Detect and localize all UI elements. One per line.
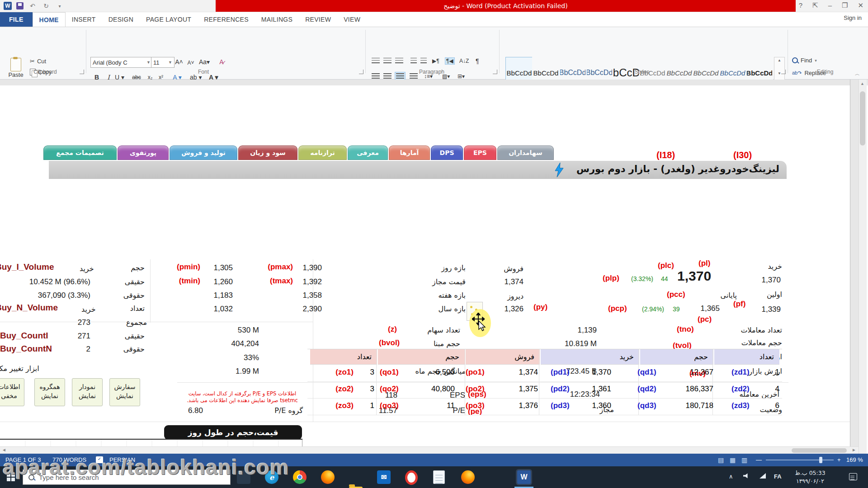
close-value: 1,365	[692, 304, 720, 313]
ribbon-tab-design[interactable]: DESIGN	[102, 12, 140, 27]
firefox2-icon[interactable]	[461, 470, 475, 484]
font-name-combo[interactable]: Arial (Body C▼	[90, 57, 153, 68]
vertical-scrollbar[interactable]: ▲	[859, 80, 867, 454]
rtl-paragraph-icon[interactable]: ¶◀	[445, 57, 455, 65]
font-size-combo[interactable]: 11▼	[151, 57, 175, 68]
outlook-icon[interactable]: ✉	[377, 470, 391, 484]
gheymat-mojaz: قیمت مجاز	[414, 277, 466, 286]
align-center-icon[interactable]	[383, 73, 392, 80]
firefox-icon[interactable]	[321, 470, 335, 484]
volume-icon[interactable]	[743, 473, 750, 479]
ob-cell: (qo1)	[380, 368, 414, 377]
plp-pct: (3.32%)	[631, 275, 653, 282]
replace-icon: ab↷	[792, 70, 802, 76]
help-icon[interactable]: ?	[799, 1, 802, 9]
network-icon[interactable]	[760, 473, 766, 479]
haghighi-1: حقیقی	[113, 277, 145, 286]
notepad-icon[interactable]	[433, 470, 445, 484]
buy-counti-value: 271	[68, 332, 90, 341]
ltr-paragraph-icon[interactable]: ▶¶	[432, 58, 439, 64]
language-switcher[interactable]: FA	[774, 473, 782, 480]
zoom-slider-knob[interactable]	[819, 457, 822, 463]
bullets-icon[interactable]	[372, 58, 380, 65]
ob-cell: 180,718	[674, 401, 713, 410]
panel-tab-5: معرفی	[348, 145, 388, 160]
ob-cell: 1,376	[501, 401, 538, 410]
ribbon-tab-insert[interactable]: INSERT	[66, 12, 102, 27]
word-icon[interactable]: W	[517, 470, 531, 484]
borders-icon[interactable]: ⊞▾	[458, 73, 465, 80]
change-case-icon[interactable]: Aa▾	[199, 57, 210, 67]
zoom-in-icon[interactable]: +	[837, 456, 841, 463]
web-layout-icon[interactable]: ▥	[741, 456, 747, 464]
horizontal-scrollbar[interactable]: ◄ ►	[0, 446, 859, 454]
buy-i-volume: Buy_I_Volume	[0, 262, 54, 272]
document-page[interactable]: تصميمات مجمعپورتفویتولید و فروشسود و زیا…	[0, 80, 868, 454]
align-right-icon[interactable]	[396, 73, 404, 80]
decrease-indent-icon[interactable]	[410, 58, 417, 65]
ribbon-tab-page-layout[interactable]: PAGE LAYOUT	[140, 12, 198, 27]
opera-icon[interactable]	[405, 470, 418, 485]
clock[interactable]: 05:33 ب.ظ ۱۳۹۹/۰۶/۰۲	[788, 469, 833, 485]
ribbon-tab-file[interactable]: FILE	[0, 12, 33, 27]
numbering-icon[interactable]	[383, 58, 392, 65]
tmax-value: 1,392	[295, 277, 322, 286]
font-dialog-launcher[interactable]	[359, 70, 363, 74]
clipboard-dialog-launcher[interactable]	[80, 70, 84, 74]
minimize-icon[interactable]: –	[828, 1, 832, 9]
tool-button-2: نمودارنمایش	[72, 378, 103, 406]
cut-button[interactable]: ✂Cut	[30, 58, 46, 65]
ribbon-display-options-icon[interactable]: ⇱	[812, 1, 818, 9]
ob-cell: (zd1)	[731, 368, 765, 377]
zoom-out-icon[interactable]: —	[756, 456, 762, 463]
clear-formatting-icon[interactable]: A̷	[217, 57, 226, 67]
chart-title: قیمت،حجم در طول روز	[164, 425, 302, 440]
ribbon-tab-review[interactable]: REVIEW	[299, 12, 337, 27]
buy-side-label-2: خرید	[81, 305, 96, 314]
ob-cell: (qo3)	[380, 401, 414, 410]
shares-value: 530 M	[223, 326, 259, 335]
buy-countn-value: 2	[68, 345, 90, 354]
restore-icon[interactable]: ❐	[842, 1, 848, 9]
sign-in-link[interactable]: Sign in	[844, 14, 862, 21]
align-left-icon[interactable]	[372, 73, 380, 80]
ob-cell: 1,361	[585, 385, 611, 394]
ob-cell: (po1)	[466, 368, 500, 377]
last-price: 1,370	[677, 268, 711, 284]
styles-dialog-launcher[interactable]	[781, 70, 786, 74]
paragraph-dialog-launcher[interactable]	[493, 70, 497, 74]
ob-cell: 186,337	[674, 385, 713, 394]
save-icon[interactable]	[16, 2, 24, 9]
collapse-ribbon-icon[interactable]: ︿	[855, 70, 860, 77]
show-marks-icon[interactable]: ¶	[476, 57, 479, 65]
multilevel-list-icon[interactable]	[395, 58, 403, 65]
plp-chg: 44	[661, 275, 668, 282]
ribbon-tab-mailings[interactable]: MAILINGS	[255, 12, 299, 27]
find-button[interactable]: Find▾	[792, 57, 817, 64]
buy-n-value: 367,090 (3.3%)	[9, 291, 90, 300]
sort-icon[interactable]: A↓Z	[459, 58, 469, 64]
ribbon-tab-references[interactable]: REFERENCES	[198, 12, 255, 27]
horizontal-scrollbar-thumb[interactable]	[792, 448, 847, 453]
ribbon-tab-view[interactable]: VIEW	[337, 12, 367, 27]
pf-tag: (pf)	[733, 300, 745, 309]
shrink-font-icon[interactable]: A˅	[186, 58, 195, 68]
customize-toolbar-icon[interactable]: ▾	[55, 1, 64, 10]
ob-cell: (pd1)	[551, 368, 584, 377]
ribbon-tab-home[interactable]: HOME	[33, 12, 66, 27]
zoom-level[interactable]: 169 %	[846, 456, 863, 463]
redo-icon[interactable]: ↻	[42, 1, 51, 10]
print-layout-icon[interactable]: ▦	[730, 456, 736, 464]
notification-center-icon[interactable]	[849, 473, 857, 480]
undo-icon[interactable]: ↶	[28, 1, 37, 10]
read-mode-icon[interactable]: ▤	[718, 456, 724, 464]
pmin-tag: (pmin)	[165, 263, 200, 272]
zoom-slider[interactable]	[766, 460, 834, 460]
close-icon[interactable]: ✕	[858, 1, 863, 9]
increase-indent-icon[interactable]	[420, 58, 427, 65]
grow-font-icon[interactable]: A˄	[175, 57, 184, 67]
hajm-label: حجم	[113, 263, 145, 272]
vertical-scrollbar-thumb[interactable]	[860, 91, 865, 145]
chrome-icon[interactable]	[293, 470, 307, 484]
hidden-icons-chevron[interactable]: ∧	[729, 473, 733, 480]
